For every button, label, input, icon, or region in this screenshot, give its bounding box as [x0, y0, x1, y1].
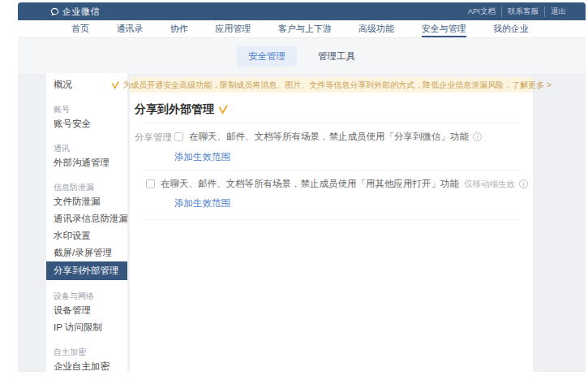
- content-area: 安全管理 管理工具 概况 账号 账号安全 通讯 外部沟通管理 信息防泄漏 文件防…: [18, 38, 586, 372]
- rule-text: 在聊天、邮件、文档等所有场景，禁止成员使用「用其他应用打开」功能: [161, 178, 459, 190]
- nav-tab-contacts[interactable]: 通讯录: [116, 20, 143, 37]
- sidebar-group-label-device-network: 设备与网络: [46, 290, 127, 302]
- sidebar-item-device-management[interactable]: 设备管理: [46, 302, 127, 319]
- chat-bubble-icon: [50, 7, 59, 16]
- nav-tab-collaboration[interactable]: 协作: [170, 20, 188, 37]
- nav-tab-advanced-features[interactable]: 高级功能: [358, 20, 394, 37]
- sidebar-item-external-share-management[interactable]: 分享到外部管理: [46, 261, 127, 280]
- contact-support-link[interactable]: 联系客服: [501, 6, 539, 17]
- banner-text: 为成员开通安全高级功能，限制成员将消息、图片、文件等信息分享到外部的方式，降低企…: [122, 80, 512, 91]
- nav-tab-my-company[interactable]: 我的企业: [493, 20, 529, 37]
- logout-link[interactable]: 退出: [544, 6, 566, 17]
- page-title: 分享到外部管理: [135, 102, 214, 117]
- mobile-only-note: 仅移动端生效: [464, 179, 515, 190]
- premium-gold-v-icon: [111, 81, 119, 89]
- api-docs-link[interactable]: API文档: [468, 6, 496, 17]
- sidebar: 概况 账号 账号安全 通讯 外部沟通管理 信息防泄漏 文件防泄漏 通讯录信息防泄…: [46, 73, 127, 372]
- sidebar-group-label-info-leak-prevention: 信息防泄漏: [46, 181, 127, 193]
- add-scope-link[interactable]: 添加生效范围: [174, 151, 230, 163]
- main-nav: 首页 通讯录 协作 应用管理 客户与上下游 高级功能 安全与管理 我的企业: [18, 20, 586, 38]
- screenshot-root: 企业微信 API文档 联系客服 退出 首页 通讯录 协作 应用管理 客户与上下游…: [0, 0, 588, 380]
- divider: [145, 219, 519, 220]
- sidebar-item-file-leak-prevention[interactable]: 文件防泄漏: [46, 193, 127, 210]
- nav-tab-home[interactable]: 首页: [71, 20, 89, 37]
- learn-more-link[interactable]: 了解更多 >: [512, 80, 552, 91]
- subtab-security-management[interactable]: 安全管理: [237, 46, 297, 67]
- info-icon[interactable]: i: [519, 179, 528, 188]
- premium-gold-v-icon: [218, 105, 228, 114]
- sidebar-group-label-self-encryption: 自主加密: [46, 346, 127, 358]
- topbar: 企业微信 API文档 联系客服 退出: [18, 2, 586, 20]
- sidebar-item-account-security[interactable]: 账号安全: [46, 115, 127, 132]
- logo-text: 企业微信: [62, 6, 100, 18]
- sidebar-group-label-account: 账号: [46, 103, 127, 115]
- sidebar-item-enterprise-self-encryption[interactable]: 企业自主加密: [46, 358, 127, 372]
- rule-text: 在聊天、邮件、文档等所有场景，禁止成员使用「分享到微信」功能: [189, 131, 469, 143]
- forbid-share-to-wechat-checkbox[interactable]: [174, 132, 183, 141]
- share-management-label: 分享管理: [135, 131, 174, 144]
- subtab-strip: 安全管理 管理工具: [18, 38, 586, 74]
- sidebar-group-label-communication: 通讯: [46, 142, 127, 154]
- sidebar-item-contacts-leak-prevention[interactable]: 通讯录信息防泄漏: [46, 210, 127, 227]
- main-panel: 分享到外部管理 分享管理 在聊天、邮件、文档等所有场景，禁止成员使用「分享到微信…: [130, 93, 533, 372]
- nav-tab-app-management[interactable]: 应用管理: [215, 20, 251, 37]
- topbar-links: API文档 联系客服 退出: [468, 6, 566, 17]
- wecom-logo[interactable]: 企业微信: [50, 6, 100, 18]
- upgrade-banner: 为成员开通安全高级功能，限制成员将消息、图片、文件等信息分享到外部的方式，降低企…: [130, 77, 533, 93]
- nav-tab-customers[interactable]: 客户与上下游: [278, 20, 332, 37]
- subtab-management-tools[interactable]: 管理工具: [307, 46, 367, 67]
- nav-tab-security-management[interactable]: 安全与管理: [422, 20, 466, 37]
- info-icon[interactable]: i: [473, 132, 482, 141]
- sidebar-item-ip-access-restriction[interactable]: IP 访问限制: [46, 319, 127, 336]
- forbid-open-with-other-apps-checkbox[interactable]: [146, 179, 155, 188]
- admin-window: 企业微信 API文档 联系客服 退出 首页 通讯录 协作 应用管理 客户与上下游…: [18, 2, 586, 372]
- sidebar-item-screen-capture-management[interactable]: 截屏/录屏管理: [46, 244, 127, 261]
- add-scope-link[interactable]: 添加生效范围: [174, 197, 230, 209]
- sidebar-item-external-communication[interactable]: 外部沟通管理: [46, 154, 127, 171]
- sidebar-item-watermark-settings[interactable]: 水印设置: [46, 227, 127, 244]
